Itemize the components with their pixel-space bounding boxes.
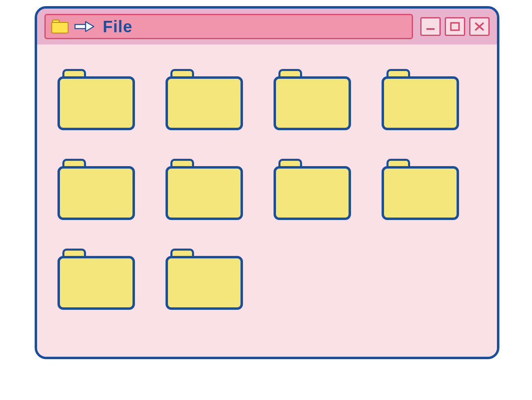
folder-item[interactable]	[166, 69, 243, 130]
folder-item[interactable]	[382, 69, 459, 130]
file-window: File	[35, 6, 499, 359]
maximize-icon	[450, 22, 460, 31]
title-icons	[51, 20, 95, 33]
window-title: File	[103, 18, 132, 36]
folder-body	[57, 256, 135, 310]
minimize-icon	[425, 22, 436, 31]
folder-item[interactable]	[166, 249, 243, 310]
minimize-button[interactable]	[420, 17, 441, 36]
svg-rect-3	[451, 23, 459, 30]
folder-body	[57, 76, 135, 130]
folder-body	[166, 166, 243, 220]
folder-icon	[51, 20, 68, 33]
client-area	[37, 44, 497, 357]
folder-item[interactable]	[274, 69, 351, 130]
folder-item[interactable]	[166, 159, 243, 220]
svg-rect-0	[75, 24, 86, 29]
folder-body	[57, 166, 135, 220]
svg-marker-1	[86, 22, 94, 31]
title-bar: File	[44, 14, 413, 39]
folder-body	[166, 256, 243, 310]
folder-item[interactable]	[57, 69, 135, 130]
folder-item[interactable]	[274, 159, 351, 220]
menu-bar: File	[37, 9, 497, 44]
close-icon	[474, 22, 485, 31]
svg-rect-2	[426, 28, 435, 30]
arrow-right-icon	[74, 21, 95, 32]
window-controls	[420, 17, 490, 36]
close-button[interactable]	[469, 17, 490, 36]
folder-item[interactable]	[57, 159, 135, 220]
folder-body	[166, 76, 243, 130]
folder-item[interactable]	[382, 159, 459, 220]
folder-item[interactable]	[57, 249, 135, 310]
folder-body	[382, 76, 459, 130]
folder-body	[274, 166, 351, 220]
folder-body	[382, 166, 459, 220]
folder-grid	[57, 69, 477, 310]
maximize-button[interactable]	[445, 17, 465, 36]
folder-body	[274, 76, 351, 130]
